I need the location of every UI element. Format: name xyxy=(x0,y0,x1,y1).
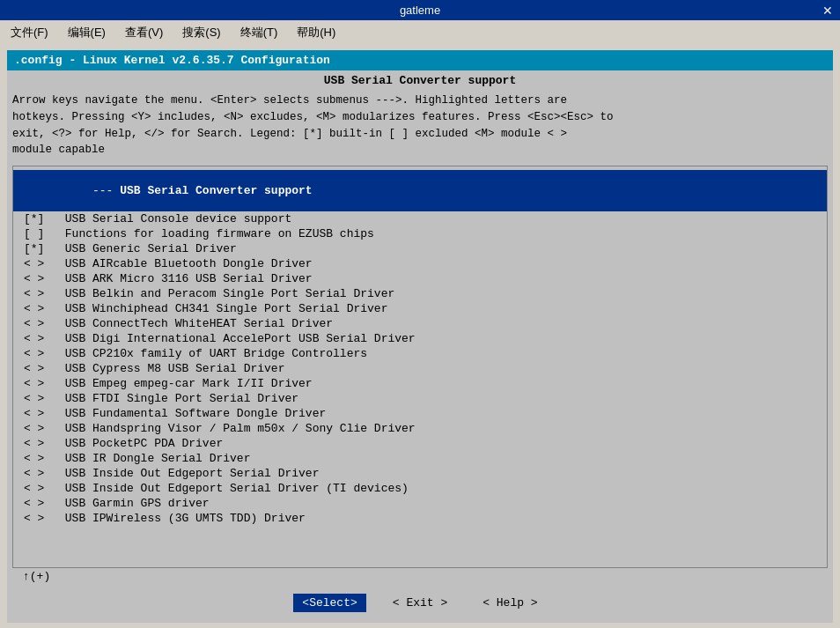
select-button[interactable]: <Select> xyxy=(293,594,365,612)
list-item[interactable]: [ ] Functions for loading firmware on EZ… xyxy=(13,226,827,241)
item-prefix: --- xyxy=(92,184,120,197)
list-item[interactable]: < > USB Fundamental Software Dongle Driv… xyxy=(13,406,827,421)
list-item[interactable]: < > USB ARK Micro 3116 USB Serial Driver xyxy=(13,271,827,286)
scroll-indicator: ↑(+) xyxy=(12,568,828,585)
main-window: gatleme ✕ 文件(F) 编辑(E) 查看(V) 搜索(S) 终端(T) … xyxy=(0,0,840,628)
content-area: .config - Linux Kernel v2.6.35.7 Configu… xyxy=(0,45,840,628)
list-item[interactable]: < > USB AIRcable Bluetooth Dongle Driver xyxy=(13,256,827,271)
list-item[interactable]: < > USB Garmin GPS driver xyxy=(13,496,827,511)
list-item[interactable]: < > USB Winchiphead CH341 Single Port Se… xyxy=(13,301,827,316)
button-bar: <Select> < Exit > < Help > xyxy=(12,585,828,619)
menu-bar: 文件(F) 编辑(E) 查看(V) 搜索(S) 终端(T) 帮助(H) xyxy=(0,20,840,45)
list-item[interactable]: --- USB Serial Converter support xyxy=(13,170,827,211)
list-item[interactable]: < > USB Belkin and Peracom Single Port S… xyxy=(13,286,827,301)
list-item[interactable]: < > USB Empeg empeg-car Mark I/II Driver xyxy=(13,376,827,391)
menu-help[interactable]: 帮助(H) xyxy=(291,23,341,42)
menu-file[interactable]: 文件(F) xyxy=(5,23,54,42)
terminal-area: USB Serial Converter support Arrow keys … xyxy=(7,70,833,623)
list-item[interactable]: < > USB PocketPC PDA Driver xyxy=(13,436,827,451)
list-item[interactable]: [*] USB Generic Serial Driver xyxy=(13,241,827,256)
list-item[interactable]: < > USB Inside Out Edgeport Serial Drive… xyxy=(13,466,827,481)
list-item[interactable]: < > USB Handspring Visor / Palm m50x / S… xyxy=(13,421,827,436)
exit-button[interactable]: < Exit > xyxy=(384,594,456,612)
menu-view[interactable]: 查看(V) xyxy=(120,23,168,42)
menu-terminal[interactable]: 终端(T) xyxy=(235,23,284,42)
list-item[interactable]: < > USB FTDI Single Port Serial Driver xyxy=(13,391,827,406)
config-list[interactable]: --- USB Serial Converter support [*] USB… xyxy=(12,166,828,568)
menu-search[interactable]: 搜索(S) xyxy=(177,23,225,42)
dialog-title: USB Serial Converter support xyxy=(12,74,828,87)
list-item[interactable]: [*] USB Serial Console device support xyxy=(13,211,827,226)
help-text: Arrow keys navigate the menu. <Enter> se… xyxy=(12,92,828,159)
list-item[interactable]: < > USB Digi International AccelePort US… xyxy=(13,331,827,346)
list-item[interactable]: < > USB Inside Out Edgeport Serial Drive… xyxy=(13,481,827,496)
list-item[interactable]: < > USB IPWireless (3G UMTS TDD) Driver xyxy=(13,511,827,526)
close-icon[interactable]: ✕ xyxy=(822,4,833,18)
item-name: USB Serial Converter support xyxy=(120,184,312,197)
config-header: .config - Linux Kernel v2.6.35.7 Configu… xyxy=(7,50,833,70)
list-item[interactable]: < > USB ConnectTech WhiteHEAT Serial Dri… xyxy=(13,316,827,331)
list-item[interactable]: < > USB IR Dongle Serial Driver xyxy=(13,451,827,466)
title-bar: gatleme ✕ xyxy=(0,0,840,20)
window-title: gatleme xyxy=(400,4,440,17)
list-item[interactable]: < > USB CP210x family of UART Bridge Con… xyxy=(13,346,827,361)
list-item[interactable]: < > USB Cypress M8 USB Serial Driver xyxy=(13,361,827,376)
menu-edit[interactable]: 编辑(E) xyxy=(63,23,111,42)
help-button[interactable]: < Help > xyxy=(474,594,546,612)
